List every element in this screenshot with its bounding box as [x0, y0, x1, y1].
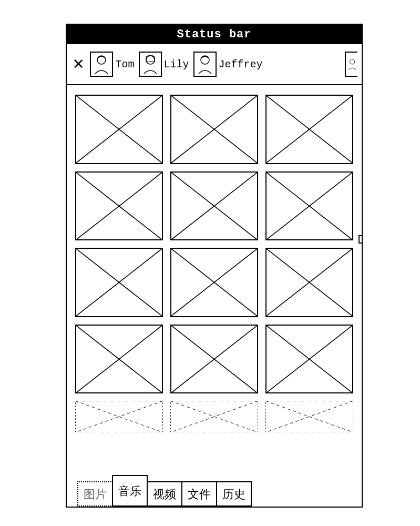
status-bar-title: Status bar: [177, 28, 251, 41]
tab-label: 图片: [84, 487, 107, 502]
contact-overflow-icon[interactable]: [345, 52, 357, 77]
avatar-icon: [139, 52, 162, 77]
contact-name: Jeffrey: [219, 58, 263, 70]
image-thumbnail[interactable]: [75, 171, 163, 241]
image-thumbnail[interactable]: [170, 248, 258, 317]
tab-label: 音乐: [118, 483, 141, 499]
image-thumbnail[interactable]: [265, 248, 353, 317]
contact-item[interactable]: Jeffrey: [193, 52, 263, 77]
tab-video[interactable]: 视频: [147, 481, 182, 507]
tabs-bar: 图片 音乐 视频 文件 历史: [67, 474, 362, 507]
image-thumbnail[interactable]: [170, 171, 258, 241]
avatar-icon: [90, 52, 113, 77]
tab-label: 历史: [222, 487, 245, 502]
tab-images[interactable]: 图片: [77, 481, 113, 507]
gallery-area: 图片 音乐 视频 文件 历史: [67, 85, 362, 507]
image-thumbnail-partial[interactable]: [75, 401, 163, 432]
resize-handle-icon[interactable]: [358, 235, 363, 244]
device-frame: Status bar ✕ Tom Lily Jeffrey: [66, 24, 363, 508]
contact-name: Tom: [115, 58, 134, 70]
svg-point-1: [146, 56, 155, 64]
image-thumbnail-partial[interactable]: [265, 401, 353, 432]
tab-music[interactable]: 音乐: [112, 475, 148, 507]
tab-label: 视频: [153, 487, 176, 502]
tab-files[interactable]: 文件: [181, 481, 217, 507]
tab-label: 文件: [188, 487, 211, 502]
svg-point-2: [201, 56, 209, 64]
image-thumbnail[interactable]: [170, 325, 258, 394]
thumbnail-grid: [75, 95, 353, 393]
svg-point-3: [350, 59, 354, 64]
contacts-bar: ✕ Tom Lily Jeffrey: [67, 44, 362, 85]
status-bar: Status bar: [67, 25, 362, 44]
image-thumbnail[interactable]: [170, 95, 258, 164]
close-icon[interactable]: ✕: [71, 55, 86, 73]
svg-point-0: [97, 56, 106, 64]
contact-name: Lily: [164, 58, 189, 70]
image-thumbnail[interactable]: [265, 171, 353, 241]
contact-item[interactable]: Lily: [139, 52, 189, 77]
image-thumbnail[interactable]: [75, 325, 163, 394]
tab-history[interactable]: 历史: [216, 481, 252, 507]
image-thumbnail-partial[interactable]: [170, 401, 258, 432]
thumbnail-partial-row: [75, 401, 353, 432]
image-thumbnail[interactable]: [75, 95, 163, 164]
image-thumbnail[interactable]: [265, 95, 353, 164]
contact-item[interactable]: Tom: [90, 52, 134, 77]
image-thumbnail[interactable]: [75, 248, 163, 317]
avatar-icon: [193, 52, 217, 77]
image-thumbnail[interactable]: [265, 325, 353, 394]
